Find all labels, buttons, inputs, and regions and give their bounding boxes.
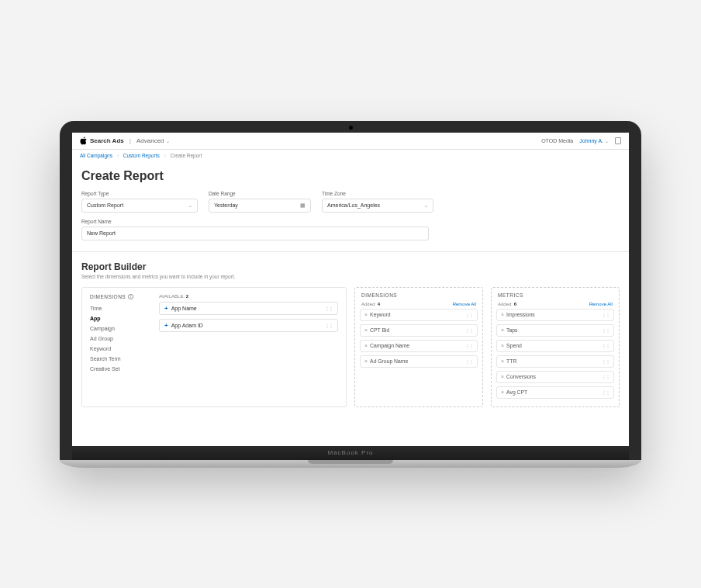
time-zone-select[interactable]: America/Los_Angeles ⌄ (322, 199, 433, 213)
added-dimension-item[interactable]: ×Campaign Name⋮⋮ (360, 340, 478, 352)
drag-handle-icon[interactable]: ⋮⋮ (325, 323, 333, 328)
drag-handle-icon[interactable]: ⋮⋮ (602, 374, 609, 379)
added-metric-item[interactable]: ×Impressions⋮⋮ (496, 309, 614, 321)
drop-meta: Added: 4 Remove All (360, 302, 478, 306)
category-app[interactable]: App (90, 316, 148, 321)
main-content: Create Report Report Type Custom Report … (72, 161, 629, 407)
added-dimension-item[interactable]: ×Ad Group Name⋮⋮ (360, 355, 478, 368)
brand-separator: | (129, 137, 131, 144)
screen-bezel: Search Ads | Advanced ⌄ OTOD Media Johnn… (60, 121, 641, 460)
select-value: Custom Report (87, 202, 123, 208)
camera-icon (349, 126, 353, 130)
available-label: Available: (159, 294, 185, 299)
category-ad-group[interactable]: Ad Group (90, 336, 148, 341)
field-label: Time Zone (322, 191, 433, 196)
remove-icon[interactable]: × (501, 312, 504, 317)
field-label: Report Name (81, 219, 429, 224)
drag-handle-icon[interactable]: ⋮⋮ (465, 358, 473, 364)
remove-icon[interactable]: × (501, 374, 504, 379)
remove-all-link[interactable]: Remove All (453, 302, 476, 306)
added-metric-item[interactable]: ×TTR⋮⋮ (496, 355, 614, 368)
breadcrumb-link[interactable]: All Campaigns (80, 153, 112, 158)
drag-handle-icon[interactable]: ⋮⋮ (465, 343, 473, 348)
chevron-down-icon: ⌄ (424, 202, 428, 208)
available-item-label: App Name (171, 306, 197, 311)
field-report-type: Report Type Custom Report ⌄ (81, 191, 198, 213)
notification-icon[interactable] (615, 137, 621, 144)
chip-label: Campaign Name (370, 343, 409, 348)
available-item[interactable]: +App Adam ID ⋮⋮ (159, 319, 338, 332)
added-dimension-item[interactable]: ×CPT Bid⋮⋮ (360, 324, 478, 337)
builder-subtitle: Select the dimensions and metrics you wa… (81, 274, 620, 279)
info-icon[interactable]: i (128, 294, 133, 299)
chevron-down-icon: ⌄ (188, 202, 192, 208)
remove-icon[interactable]: × (501, 358, 504, 364)
user-menu[interactable]: Johnny A. ⌄ (579, 138, 609, 144)
category-time[interactable]: Time (90, 306, 148, 311)
available-header: Available: 2 (159, 294, 338, 299)
brand: Search Ads | Advanced ⌄ (80, 137, 170, 145)
remove-all-link[interactable]: Remove All (589, 302, 613, 306)
remove-icon[interactable]: × (501, 389, 504, 395)
report-name-input[interactable]: New Report (81, 227, 429, 240)
drag-handle-icon[interactable]: ⋮⋮ (602, 358, 609, 364)
categories-column: Dimensions i Time App Campaign Ad Group … (90, 294, 148, 400)
date-range-select[interactable]: Yesterday ▦ (209, 199, 311, 213)
remove-icon[interactable]: × (364, 327, 368, 333)
chevron-down-icon: ⌄ (605, 138, 609, 144)
category-list: Time App Campaign Ad Group Keyword Searc… (90, 306, 148, 372)
field-date-range: Date Range Yesterday ▦ (209, 191, 311, 213)
chip-label: Keyword (370, 312, 390, 317)
select-value: Yesterday (214, 202, 238, 208)
breadcrumb-link[interactable]: Custom Reports (123, 153, 160, 158)
drag-handle-icon[interactable]: ⋮⋮ (602, 389, 609, 395)
input-value: New Report (87, 230, 116, 236)
metrics-drop-zone[interactable]: Metrics Added: 6 Remove All ×Impressions… (491, 287, 620, 407)
drag-handle-icon[interactable]: ⋮⋮ (602, 312, 609, 317)
category-creative-set[interactable]: Creative Set (90, 366, 148, 372)
plus-icon: + (164, 322, 168, 329)
drag-handle-icon[interactable]: ⋮⋮ (325, 306, 333, 311)
report-type-select[interactable]: Custom Report ⌄ (81, 199, 198, 213)
dimensions-drop-column: Dimensions Added: 4 Remove All ×Keyword⋮… (354, 287, 483, 407)
drag-handle-icon[interactable]: ⋮⋮ (465, 327, 473, 333)
field-report-name: Report Name New Report (81, 219, 429, 240)
remove-icon[interactable]: × (501, 327, 504, 333)
dimensions-drop-zone[interactable]: Dimensions Added: 4 Remove All ×Keyword⋮… (354, 287, 483, 407)
org-name: OTOD Media (541, 138, 573, 144)
available-column: Available: 2 +App Name ⋮⋮ +App Adam ID ⋮… (159, 294, 338, 400)
drag-handle-icon[interactable]: ⋮⋮ (602, 343, 609, 348)
remove-icon[interactable]: × (501, 343, 504, 348)
added-metric-item[interactable]: ×Taps⋮⋮ (496, 324, 614, 337)
chevron-down-icon: ⌄ (166, 138, 170, 144)
available-item[interactable]: +App Name ⋮⋮ (159, 302, 338, 315)
chip-label: CPT Bid (370, 327, 389, 333)
drop-meta: Added: 6 Remove All (496, 302, 614, 306)
brand-tier-dropdown[interactable]: Advanced ⌄ (136, 137, 170, 144)
brand-tier-label: Advanced (136, 137, 164, 144)
remove-icon[interactable]: × (364, 343, 368, 348)
breadcrumb-current: Create Report (170, 153, 202, 158)
added-dimension-item[interactable]: ×Keyword⋮⋮ (360, 309, 478, 321)
dimensions-header: Dimensions i (90, 294, 148, 299)
drag-handle-icon[interactable]: ⋮⋮ (465, 312, 473, 317)
field-time-zone: Time Zone America/Los_Angeles ⌄ (322, 191, 433, 213)
added-count: Added: 6 (498, 302, 516, 306)
category-search-term[interactable]: Search Term (90, 356, 148, 361)
drop-title: Dimensions (360, 292, 478, 298)
remove-icon[interactable]: × (364, 312, 368, 317)
category-campaign[interactable]: Campaign (90, 326, 148, 331)
calendar-icon: ▦ (300, 202, 306, 209)
drag-handle-icon[interactable]: ⋮⋮ (602, 327, 609, 333)
laptop-hinge: MacBook Pro (72, 446, 629, 460)
dimensions-header-label: Dimensions (90, 294, 126, 299)
brand-app: Search Ads (90, 137, 124, 144)
category-keyword[interactable]: Keyword (90, 346, 148, 351)
added-metric-item[interactable]: ×Spend⋮⋮ (496, 340, 614, 352)
chip-label: Taps (506, 327, 517, 333)
added-metric-item[interactable]: ×Avg CPT⋮⋮ (496, 386, 614, 399)
user-name: Johnny A. (579, 138, 603, 144)
laptop-base (60, 460, 641, 468)
added-metric-item[interactable]: ×Conversions⋮⋮ (496, 371, 614, 383)
remove-icon[interactable]: × (364, 358, 368, 364)
